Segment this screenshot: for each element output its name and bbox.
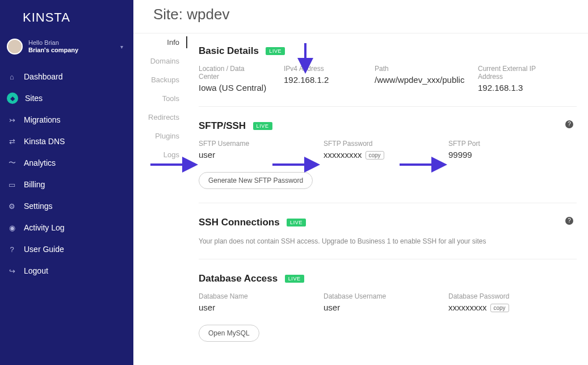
tab-plugins[interactable]: Plugins bbox=[133, 127, 187, 145]
sftp-heading: SFTP/SSH bbox=[199, 120, 246, 132]
sidebar-item-activity-log[interactable]: ◉Activity Log bbox=[0, 217, 133, 238]
sftp-pass-value: xxxxxxxxxcopy bbox=[324, 150, 431, 160]
location-label: Location / Data Center bbox=[199, 65, 267, 81]
open-mysql-button[interactable]: Open MySQL bbox=[199, 325, 259, 342]
generate-sftp-password-button[interactable]: Generate New SFTP Password bbox=[199, 172, 313, 189]
dashboard-icon: ⌂ bbox=[7, 72, 17, 82]
live-badge: LIVE bbox=[253, 122, 272, 130]
path-label: Path bbox=[375, 65, 461, 73]
tab-logs[interactable]: Logs bbox=[133, 145, 187, 164]
path-value: /www/wpdev_xxx/public bbox=[375, 75, 461, 85]
header-divider bbox=[133, 33, 588, 33]
sidebar-item-label: Analytics bbox=[24, 158, 56, 167]
sidebar-item-label: Billing bbox=[24, 180, 45, 189]
ssh-heading: SSH Connections bbox=[199, 217, 280, 228]
activity-log-icon: ◉ bbox=[7, 223, 17, 233]
logout-icon: ↪ bbox=[7, 266, 17, 276]
account-switcher[interactable]: Hello Brian Brian's company ▾ bbox=[0, 39, 133, 54]
extip-value: 192.168.1.3 bbox=[478, 83, 557, 93]
section-basic-details: Basic Details LIVE Location / Data Cente… bbox=[199, 45, 577, 107]
user-company: Brian's company bbox=[28, 47, 78, 54]
sidebar: KINSTA Hello Brian Brian's company ▾ ⌂Da… bbox=[0, 0, 133, 365]
tab-redirects[interactable]: Redirects bbox=[133, 108, 187, 127]
sidebar-item-label: Logout bbox=[24, 266, 48, 275]
sidebar-item-label: Settings bbox=[24, 202, 53, 211]
sidebar-item-label: Dashboard bbox=[24, 72, 63, 81]
avatar bbox=[7, 39, 23, 54]
sidebar-item-billing[interactable]: ▭Billing bbox=[0, 174, 133, 195]
migrations-icon: ↣ bbox=[7, 115, 17, 125]
sites-icon: ◆ bbox=[7, 93, 18, 104]
billing-icon: ▭ bbox=[7, 179, 17, 190]
ipv4-label: IPv4 Address bbox=[284, 65, 358, 73]
live-badge: LIVE bbox=[266, 47, 285, 55]
extip-label: Current External IP Address bbox=[478, 65, 557, 81]
sidebar-item-label: Kinsta DNS bbox=[24, 137, 65, 146]
db-name-value: user bbox=[199, 303, 306, 312]
page-title: Site: wpdev bbox=[153, 6, 229, 23]
field-db-pass: Database Password xxxxxxxxxcopy bbox=[448, 292, 526, 312]
field-sftp-pass: SFTP Password xxxxxxxxxcopy bbox=[324, 140, 448, 160]
tab-info[interactable]: Info bbox=[133, 33, 187, 52]
field-sftp-user: SFTP Username user bbox=[199, 140, 324, 160]
copy-button[interactable]: copy bbox=[490, 304, 509, 312]
help-icon[interactable]: ? bbox=[565, 217, 573, 225]
sidebar-item-label: Migrations bbox=[24, 115, 61, 124]
user-greeting: Hello Brian bbox=[28, 39, 78, 47]
field-sftp-port: SFTP Port 99999 bbox=[448, 140, 497, 160]
chevron-down-icon: ▾ bbox=[120, 44, 123, 50]
db-heading: Database Access bbox=[199, 273, 278, 284]
sidebar-item-settings[interactable]: ⚙Settings bbox=[0, 195, 133, 217]
site-subnav: InfoDomainsBackupsToolsRedirectsPluginsL… bbox=[133, 33, 187, 365]
page-title-prefix: Site: bbox=[153, 6, 187, 23]
primary-nav: ⌂Dashboard◆Sites↣Migrations⇄Kinsta DNS〜A… bbox=[0, 66, 133, 282]
live-badge: LIVE bbox=[285, 275, 304, 283]
section-database: Database Access LIVE Database Name user … bbox=[199, 273, 577, 355]
field-db-name: Database Name user bbox=[199, 292, 324, 312]
sidebar-item-migrations[interactable]: ↣Migrations bbox=[0, 109, 133, 131]
site-name: wpdev bbox=[187, 6, 229, 23]
sftp-user-value: user bbox=[199, 150, 306, 160]
db-pass-value: xxxxxxxxxcopy bbox=[448, 303, 509, 312]
sftp-port-value: 99999 bbox=[448, 150, 480, 160]
main-panel: Basic Details LIVE Location / Data Cente… bbox=[187, 34, 577, 365]
settings-icon: ⚙ bbox=[7, 201, 17, 211]
tab-tools[interactable]: Tools bbox=[133, 89, 187, 108]
brand-logo: KINSTA bbox=[23, 10, 133, 25]
sftp-pass-label: SFTP Password bbox=[324, 140, 431, 148]
field-path: Path /www/wpdev_xxx/public bbox=[375, 65, 478, 93]
db-pass-label: Database Password bbox=[448, 292, 509, 300]
location-value: Iowa (US Central) bbox=[199, 83, 267, 93]
user-guide-icon: ? bbox=[7, 244, 17, 254]
ipv4-value: 192.168.1.2 bbox=[284, 75, 358, 85]
analytics-icon: 〜 bbox=[7, 158, 17, 168]
db-name-label: Database Name bbox=[199, 292, 306, 300]
field-extip: Current External IP Address 192.168.1.3 bbox=[478, 65, 574, 93]
ssh-upgrade-note: Your plan does not contain SSH access. U… bbox=[199, 237, 577, 245]
sidebar-item-logout[interactable]: ↪Logout bbox=[0, 260, 133, 282]
kinsta-dns-icon: ⇄ bbox=[7, 136, 17, 146]
sftp-user-label: SFTP Username bbox=[199, 140, 306, 148]
sidebar-item-label: User Guide bbox=[24, 245, 64, 254]
section-ssh: SSH Connections LIVE ? Your plan does no… bbox=[199, 217, 577, 259]
sidebar-item-label: Sites bbox=[25, 94, 43, 103]
sidebar-item-dashboard[interactable]: ⌂Dashboard bbox=[0, 66, 133, 87]
live-badge: LIVE bbox=[287, 219, 306, 226]
db-user-value: user bbox=[324, 303, 431, 312]
field-location: Location / Data Center Iowa (US Central) bbox=[199, 65, 284, 93]
tab-domains[interactable]: Domains bbox=[133, 52, 187, 70]
sidebar-item-sites[interactable]: ◆Sites bbox=[0, 87, 133, 109]
help-icon[interactable]: ? bbox=[565, 120, 573, 128]
field-db-user: Database Username user bbox=[324, 292, 448, 312]
section-sftp: SFTP/SSH LIVE ? SFTP Username user SFTP … bbox=[199, 120, 577, 203]
sidebar-item-kinsta-dns[interactable]: ⇄Kinsta DNS bbox=[0, 131, 133, 152]
sftp-port-label: SFTP Port bbox=[448, 140, 480, 148]
sidebar-item-label: Activity Log bbox=[24, 223, 65, 232]
field-ipv4: IPv4 Address 192.168.1.2 bbox=[284, 65, 375, 93]
db-user-label: Database Username bbox=[324, 292, 431, 300]
tab-backups[interactable]: Backups bbox=[133, 70, 187, 89]
sidebar-item-user-guide[interactable]: ?User Guide bbox=[0, 238, 133, 260]
copy-button[interactable]: copy bbox=[366, 151, 384, 160]
basic-heading: Basic Details bbox=[199, 45, 259, 57]
sidebar-item-analytics[interactable]: 〜Analytics bbox=[0, 152, 133, 174]
